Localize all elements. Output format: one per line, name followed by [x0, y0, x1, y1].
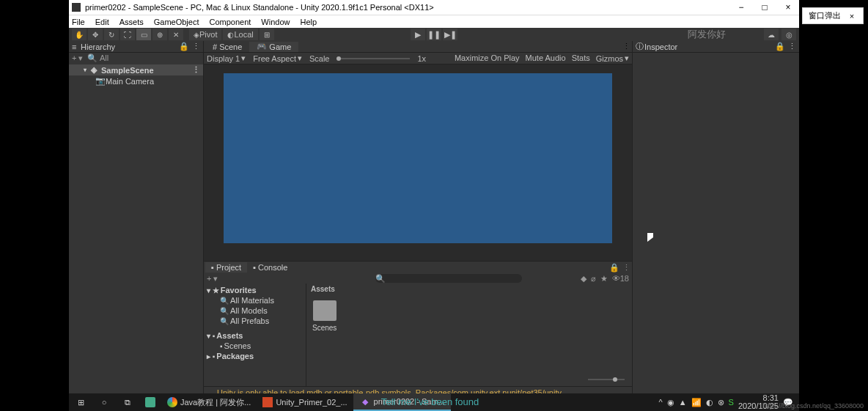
display-dropdown[interactable]: Display 1 ▾ — [207, 53, 246, 63]
window-title: primer0202 - SampleScene - PC, Mac & Lin… — [85, 3, 736, 12]
favorites-folder[interactable]: ▾ ★ Favorites — [204, 285, 306, 295]
fav-filter-icon[interactable]: ⌀ — [591, 274, 596, 284]
menu-assets[interactable]: Assets — [119, 18, 144, 26]
pause-button[interactable]: ❚❚ — [427, 29, 441, 40]
taskbar-chrome[interactable]: Java教程 | 阿发你... — [161, 393, 257, 411]
start-button[interactable]: ⊞ — [69, 393, 92, 411]
item-menu-icon[interactable]: ⋮ — [192, 65, 200, 75]
tray-chevron-icon[interactable]: ^ — [659, 398, 663, 407]
hierarchy-icon: ≡ — [72, 42, 79, 51]
window-title-bar[interactable]: primer0202 - SampleScene - PC, Mac & Lin… — [69, 0, 799, 15]
transform-tools: ✋ ✥ ↻ ⛶ ▭ ⊕ ✕ — [72, 29, 183, 40]
popup-toast: 窗口弹出 × — [802, 7, 864, 24]
snap-toggle[interactable]: ⊞ — [260, 29, 274, 40]
assets-folder[interactable]: ▾ ▪ Assets — [204, 330, 306, 341]
cortana-button[interactable]: ○ — [92, 393, 116, 411]
panel-menu-icon[interactable]: ⋮ — [622, 263, 630, 273]
hand-tool[interactable]: ✋ — [72, 29, 87, 40]
folder-label: Scenes — [312, 324, 336, 332]
local-toggle[interactable]: ◐Local — [223, 29, 257, 40]
breadcrumb[interactable]: Assets — [306, 284, 632, 295]
popup-close-button[interactable]: × — [847, 11, 857, 21]
aspect-dropdown[interactable]: Free Aspect ▾ — [253, 53, 302, 63]
create-dropdown[interactable]: + ▾ — [72, 53, 83, 63]
services-button[interactable]: ◎ — [781, 29, 796, 40]
scale-thumb[interactable] — [336, 56, 341, 61]
packages-folder[interactable]: ▸ ▪ Packages — [204, 351, 306, 361]
zoom-thumb[interactable] — [613, 377, 617, 382]
tray-icon-2[interactable]: ▲ — [679, 398, 687, 407]
taskbar-powerpoint[interactable]: Unity_Primer_02_... — [257, 393, 353, 411]
taskbar-app-1[interactable] — [139, 393, 161, 411]
project-search[interactable]: 🔍 — [375, 274, 522, 283]
camera-item[interactable]: 📷 Main Camera — [69, 75, 203, 86]
custom-tool[interactable]: ✕ — [169, 29, 183, 40]
mute-toggle[interactable]: Mute Audio — [526, 53, 566, 63]
scale-slider[interactable] — [336, 58, 410, 59]
pivot-toggle[interactable]: ◈Pivot — [189, 29, 221, 40]
zoom-slider[interactable] — [588, 379, 625, 380]
play-button[interactable]: ▶ — [411, 29, 425, 40]
project-tree: ▾ ★ Favorites 🔍 All Materials 🔍 All Mode… — [204, 284, 306, 386]
asset-grid[interactable]: Scenes — [306, 295, 632, 376]
all-prefabs[interactable]: 🔍 All Prefabs — [204, 316, 306, 326]
menu-gameobject[interactable]: GameObject — [154, 18, 199, 26]
create-dropdown[interactable]: + ▾ — [207, 274, 218, 284]
minimize-button[interactable]: − — [736, 2, 746, 12]
panel-menu-icon[interactable]: ⋮ — [622, 42, 630, 51]
filter-icon[interactable]: ◆ — [581, 274, 586, 284]
gizmos-dropdown[interactable]: Gizmos ▾ — [596, 53, 629, 63]
tab-console[interactable]: ▪Console — [247, 262, 293, 273]
expand-icon[interactable]: ▾ — [84, 67, 91, 73]
step-button[interactable]: ▶❚ — [443, 29, 457, 40]
tray-icon-5[interactable]: S — [729, 398, 734, 407]
move-tool[interactable]: ✥ — [88, 29, 103, 40]
panel-lock-icon[interactable]: 🔒 — [179, 42, 189, 51]
rect-tool[interactable]: ▭ — [136, 29, 151, 40]
tray-icon-4[interactable]: ⊗ — [718, 398, 724, 407]
lock-icon[interactable]: 🔒 — [609, 263, 619, 273]
transform-tool[interactable]: ⊕ — [152, 29, 167, 40]
scenes-folder[interactable]: ▪ Scenes — [204, 341, 306, 351]
tab-scene[interactable]: #Scene — [205, 42, 249, 52]
scene-name: SampleScene — [101, 66, 154, 75]
project-panel: ▪Project ▪Console 🔒 ⋮ + ▾ 🔍 ◆ ⌀ ★ 👁18 — [204, 261, 632, 407]
menu-window[interactable]: Window — [261, 18, 290, 26]
tray-wifi-icon[interactable]: 📶 — [691, 398, 702, 407]
all-materials[interactable]: 🔍 All Materials — [204, 295, 306, 306]
game-view[interactable] — [224, 73, 612, 243]
tray-icon-3[interactable]: ◐ — [706, 398, 713, 407]
all-models[interactable]: 🔍 All Models — [204, 306, 306, 316]
camera-name: Main Camera — [106, 77, 154, 86]
maximize-toggle[interactable]: Maximize On Play — [455, 53, 520, 63]
camera-icon: 📷 — [95, 76, 104, 86]
panel-lock-icon[interactable]: 🔒 — [775, 42, 785, 51]
close-button[interactable]: × — [783, 2, 793, 12]
panel-menu-icon[interactable]: ⋮ — [788, 42, 796, 51]
scenes-folder-item[interactable]: Scenes — [312, 300, 336, 370]
folder-icon: ▪ — [211, 263, 214, 272]
game-viewport-area — [204, 64, 632, 261]
menu-edit[interactable]: Edit — [95, 18, 109, 26]
stats-toggle[interactable]: Stats — [572, 53, 590, 63]
collab-button[interactable]: ☁ — [764, 29, 779, 40]
menu-file[interactable]: File — [72, 18, 85, 26]
star-icon[interactable]: ★ — [600, 274, 608, 284]
task-view-button[interactable]: ⧉ — [116, 393, 139, 411]
tray-icon-1[interactable]: ◉ — [667, 398, 674, 407]
search-all[interactable]: 🔍 All — [87, 53, 108, 63]
tab-project[interactable]: ▪Project — [205, 262, 247, 273]
zoom-area — [306, 376, 632, 386]
rotate-tool[interactable]: ↻ — [104, 29, 119, 40]
panel-menu-icon[interactable]: ⋮ — [192, 42, 200, 51]
hidden-count[interactable]: 👁18 — [612, 274, 629, 284]
menu-help[interactable]: Help — [300, 18, 317, 26]
scene-item[interactable]: ▾ ◈ SampleScene ⋮ — [69, 64, 203, 75]
tab-game[interactable]: 🎮Game — [249, 42, 298, 52]
inspector-header[interactable]: ⓘ Inspector 🔒 ⋮ — [633, 41, 799, 53]
scale-tool[interactable]: ⛶ — [120, 29, 135, 40]
maximize-button[interactable]: □ — [760, 2, 770, 12]
hierarchy-header[interactable]: ≡ Hierarchy 🔒 ⋮ — [69, 41, 203, 53]
inspector-panel: ⓘ Inspector 🔒 ⋮ — [632, 41, 799, 407]
menu-component[interactable]: Component — [209, 18, 251, 26]
